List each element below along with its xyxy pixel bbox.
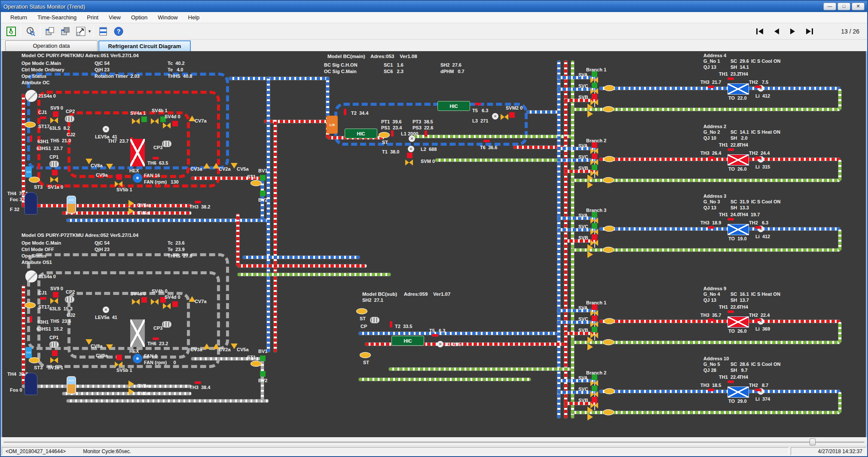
menu-item-view[interactable]: View: [104, 12, 126, 22]
th3-sensor: [708, 319, 714, 321]
tri-r-icon: [587, 244, 593, 251]
diagram-component: CJ2: [67, 313, 75, 318]
component-label: T2 34.4: [351, 110, 368, 116]
component-label: BV2: [258, 197, 267, 202]
oval-icon: [379, 132, 390, 138]
valve-label: SVC: [578, 316, 588, 322]
sensh-icon: [708, 226, 714, 229]
menu-bar: ReturnTime-SearchingPrintViewOptionWindo…: [1, 12, 867, 23]
diagram-component: [29, 177, 40, 183]
li-value: Li 412: [755, 234, 770, 239]
menu-item-help[interactable]: Help: [183, 12, 205, 22]
diagram-component: [391, 130, 394, 137]
diagram-component: L/S: [327, 116, 338, 134]
first-page-button[interactable]: [755, 27, 765, 36]
diagram-component: SV4a 0: [130, 291, 146, 296]
diagram-component: BV2: [258, 197, 267, 202]
previous-page-button[interactable]: [773, 27, 781, 36]
branch-valve: [590, 148, 598, 154]
tri-u-icon: [203, 163, 210, 169]
diagram-component: [130, 319, 145, 347]
copy-graph-icon[interactable]: [58, 25, 72, 38]
time-search-icon[interactable]: [24, 25, 37, 38]
scale-icon[interactable]: [74, 25, 88, 38]
menu-item-window[interactable]: Window: [153, 12, 183, 22]
greenbox-icon: [260, 356, 266, 361]
pipe: [359, 332, 557, 335]
diagram-component: [195, 381, 201, 384]
tab-operation-data[interactable]: Operation data: [5, 40, 98, 51]
diagram-component: FAN (rpm) 130: [144, 179, 179, 184]
unit-info: THHS 27.8: [168, 253, 192, 258]
slider-track[interactable]: [3, 442, 865, 443]
strainer: [603, 247, 614, 253]
menu-item-option[interactable]: Option: [126, 12, 153, 22]
branch-valve: [590, 229, 598, 235]
greenbox-icon: [592, 327, 597, 332]
oval-icon: [603, 177, 614, 183]
tab-refrigerant-circuit-diagram[interactable]: Refrigerant Circuit Diagram: [98, 40, 191, 51]
group-number: G_No 4: [703, 291, 720, 297]
component-label: SVM 0: [421, 159, 435, 164]
pipe: [838, 160, 841, 181]
last-page-button[interactable]: [804, 27, 815, 36]
component-label: CP3: [153, 145, 162, 150]
tri-r-icon: [587, 251, 593, 258]
check-valve: [587, 337, 593, 344]
component-label: PS3 22.6: [413, 125, 433, 130]
copy-window-icon[interactable]: [43, 25, 57, 38]
diagram-component: [52, 170, 58, 175]
th2-sensor: [755, 389, 761, 391]
component-label: F 32: [10, 207, 19, 212]
tri-r-icon: [587, 110, 593, 117]
diagram-component: SV5b 1: [116, 187, 132, 192]
pipe: [22, 204, 191, 207]
indoor-heat-exchanger: [727, 83, 749, 95]
indoor-heat-exchanger: [727, 316, 749, 328]
diagram-component: ST17: [38, 124, 49, 129]
window-title: Operation Status Monitor (Trend): [3, 3, 822, 10]
menu-item-return[interactable]: Return: [5, 12, 32, 22]
sensv-icon: [30, 135, 32, 142]
menu-item-print[interactable]: Print: [82, 12, 104, 22]
diagram-component: [153, 157, 159, 159]
minimize-button[interactable]: —: [823, 3, 836, 10]
page-navigation: 13 / 26: [755, 23, 859, 40]
sensh-icon: [153, 157, 159, 159]
diagram-component: [409, 135, 415, 142]
sensh-icon: [727, 380, 734, 383]
component-label: CV4a: [137, 210, 149, 215]
slider-thumb[interactable]: [810, 439, 816, 445]
sh-value: SH 9.7: [730, 368, 748, 373]
fourway-icon: [25, 90, 37, 102]
unit-info: Attribute OS1: [21, 260, 52, 265]
next-page-button[interactable]: [789, 27, 797, 36]
strainer: [604, 388, 615, 394]
diagram-component: [379, 132, 390, 138]
oval-icon: [24, 122, 36, 128]
help-icon[interactable]: ?: [112, 25, 125, 38]
valve-icon: [115, 362, 122, 368]
coil-icon: [162, 141, 171, 147]
tile-window-icon[interactable]: [96, 25, 110, 38]
diagram-component: TH5 21.0: [50, 138, 71, 143]
group-number: G_No 3: [703, 199, 720, 204]
diagram-component: [49, 341, 59, 348]
menu-item-time-searching[interactable]: Time-Searching: [32, 12, 82, 22]
unit-info: QjC 54: [95, 240, 110, 245]
diagram-component: [151, 299, 159, 305]
maximize-button[interactable]: □: [837, 3, 850, 10]
scale-dropdown-caret[interactable]: ▼: [88, 29, 92, 34]
component-label: ST: [363, 360, 369, 365]
close-button[interactable]: ✕: [852, 3, 865, 10]
th1-sensor: [727, 77, 734, 80]
heat-exchanger-icon: [727, 316, 749, 328]
diagram-component: [344, 109, 346, 115]
exit-icon[interactable]: [4, 25, 18, 38]
unit-info: Ctrl Mode OFF: [21, 247, 54, 252]
sh-value: SH 13.7: [730, 298, 749, 303]
component-label: HEX: [129, 168, 139, 173]
lev-icon: [103, 307, 109, 313]
sensh-icon: [727, 310, 734, 313]
diagram-component: SVM2 0: [506, 105, 523, 110]
